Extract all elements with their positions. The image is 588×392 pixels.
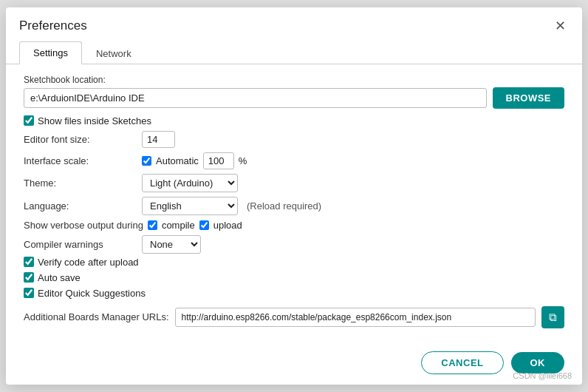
sketchbook-section: Sketchbook location: BROWSE [24,75,564,112]
interface-scale-auto-checkbox[interactable] [142,156,151,166]
compiler-warnings-row: Compiler warnings None Default More All [24,235,564,254]
verify-row: Verify code after upload [24,257,564,268]
language-value: English 中文 日本語 Deutsch Français (Reload … [142,197,321,215]
verbose-upload-checkbox[interactable] [199,220,209,230]
autosave-label: Auto save [38,272,81,283]
compiler-warnings-value: None Default More All [142,235,201,254]
show-files-checkbox[interactable] [24,115,34,126]
interface-scale-row: Interface scale: Automatic % [24,152,564,169]
editor-font-size-input[interactable] [142,131,175,148]
interface-scale-unit: % [239,155,247,166]
additional-boards-button[interactable]: ⧉ [541,306,564,328]
watermark: CSDN @lilei668 [513,371,572,380]
language-row: Language: English 中文 日本語 Deutsch Françai… [24,197,564,215]
cancel-button[interactable]: CANCEL [421,351,503,374]
theme-label: Theme: [24,178,142,189]
editor-suggestions-row: Editor Quick Suggestions [24,288,564,299]
browse-button[interactable]: BROWSE [493,87,565,109]
verify-label: Verify code after upload [38,257,139,268]
sketchbook-path-input[interactable] [24,88,487,108]
tabs-bar: Settings Network [6,41,582,64]
compiler-warnings-select[interactable]: None Default More All [142,235,201,254]
verify-checkbox[interactable] [24,257,34,267]
autosave-checkbox[interactable] [24,272,34,283]
settings-content: Sketchbook location: BROWSE Show files i… [6,64,582,345]
preferences-dialog: Preferences ✕ Settings Network Sketchboo… [6,7,582,385]
show-files-label: Show files inside Sketches [38,115,151,126]
additional-boards-label: Additional Boards Manager URLs: [24,311,169,322]
verbose-compile-label: compile [162,220,195,231]
editor-suggestions-checkbox[interactable] [24,288,34,298]
show-files-row: Show files inside Sketches [24,115,564,126]
footer: CANCEL OK [6,344,582,385]
verbose-row: Show verbose output during compile uploa… [24,220,564,231]
interface-scale-auto-label: Automatic [156,155,199,166]
autosave-row: Auto save [24,272,564,283]
language-label: Language: [24,200,142,212]
additional-boards-input[interactable] [175,308,536,327]
interface-scale-label: Interface scale: [24,155,142,166]
sketchbook-input-row: BROWSE [24,87,564,109]
theme-row: Theme: Light (Arduino) Dark (Arduino) Sy… [24,174,564,192]
editor-font-size-value [142,131,175,148]
language-reload-note: (Reload required) [247,200,321,212]
sketchbook-location-label: Sketchbook location: [24,75,564,85]
editor-suggestions-label: Editor Quick Suggestions [38,288,146,299]
title-bar: Preferences ✕ [6,7,582,40]
verbose-upload-label: upload [213,220,242,231]
tab-network[interactable]: Network [82,41,146,64]
editor-font-size-label: Editor font size: [24,134,142,145]
editor-font-size-row: Editor font size: [24,131,564,148]
close-button[interactable]: ✕ [552,18,569,34]
verbose-label: Show verbose output during [24,220,143,231]
language-select[interactable]: English 中文 日本語 Deutsch Français [142,197,238,215]
tab-settings[interactable]: Settings [19,41,82,64]
verbose-value: compile upload [148,220,242,231]
theme-value: Light (Arduino) Dark (Arduino) System [142,174,238,192]
interface-scale-input[interactable] [203,152,234,169]
verbose-compile-checkbox[interactable] [148,220,157,230]
dialog-title: Preferences [19,18,87,33]
additional-boards-icon: ⧉ [549,311,557,324]
compiler-warnings-label: Compiler warnings [24,239,142,250]
interface-scale-value: Automatic % [142,152,247,169]
additional-boards-row: Additional Boards Manager URLs: ⧉ [24,306,564,328]
theme-select[interactable]: Light (Arduino) Dark (Arduino) System [142,174,238,192]
ok-button[interactable]: OK [511,352,565,374]
